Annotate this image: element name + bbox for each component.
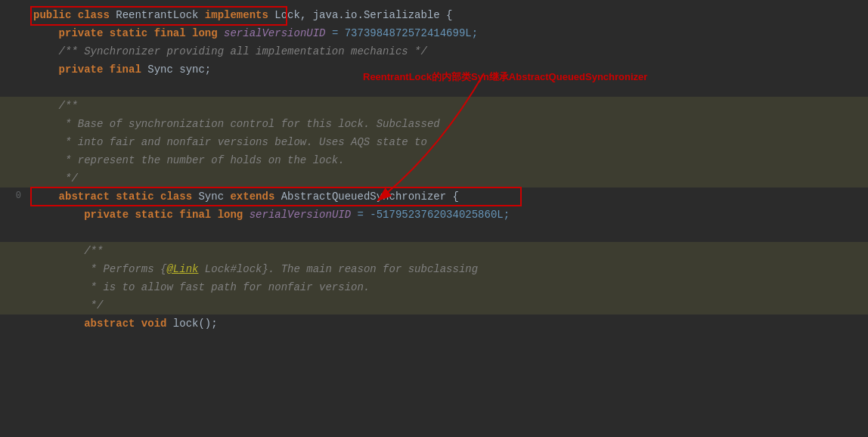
code-line: /** bbox=[0, 97, 868, 115]
code-line: * into fair and nonfair versions below. … bbox=[0, 133, 868, 151]
code-line: private final Sync sync; bbox=[0, 60, 868, 79]
code-line: private static final long serialVersionU… bbox=[0, 206, 868, 224]
line-content: * is to allow fast path for nonfair vers… bbox=[30, 279, 868, 296]
code-viewer: public class ReentrantLock implements Lo… bbox=[0, 0, 868, 437]
token: */ bbox=[33, 299, 103, 311]
line-content: private static final long serialVersionU… bbox=[30, 25, 868, 42]
token bbox=[33, 27, 59, 39]
token: Lock#lock}. The main reason for subclass… bbox=[198, 263, 478, 275]
token bbox=[33, 318, 84, 330]
token: /** Synchronizer providing all implement… bbox=[33, 45, 427, 57]
line-content: /** bbox=[30, 243, 868, 259]
token: AbstractQueuedSynchronizer bbox=[274, 191, 452, 203]
line-number: 0 bbox=[0, 189, 30, 203]
code-line: */ bbox=[0, 169, 868, 188]
token: Sync sync; bbox=[141, 64, 211, 76]
token: private static final bbox=[84, 209, 211, 221]
token: long bbox=[218, 209, 243, 221]
token: */ bbox=[33, 172, 78, 184]
token: serialVersionUID bbox=[224, 27, 325, 39]
token: @Link bbox=[166, 263, 198, 275]
token bbox=[33, 191, 59, 203]
code-line: private static final long serialVersionU… bbox=[0, 24, 868, 42]
token: long bbox=[192, 27, 218, 39]
token: /** bbox=[33, 245, 103, 257]
token: lock(); bbox=[166, 318, 217, 330]
line-content: /** bbox=[30, 98, 868, 114]
token: ReentrantLock bbox=[110, 9, 199, 21]
token: private final bbox=[59, 64, 141, 76]
line-content: abstract void lock(); bbox=[30, 315, 868, 332]
code-line: public class ReentrantLock implements Lo… bbox=[0, 6, 868, 24]
token bbox=[33, 209, 84, 221]
code-line: /** Synchronizer providing all implement… bbox=[0, 42, 868, 60]
code-line: * Performs {@Link Lock#lock}. The main r… bbox=[0, 260, 868, 278]
token: /** bbox=[33, 100, 78, 112]
token bbox=[186, 27, 192, 39]
token: serialVersionUID bbox=[250, 209, 351, 221]
token: public class bbox=[33, 9, 110, 21]
line-content: * Performs {@Link Lock#lock}. The main r… bbox=[30, 261, 868, 277]
token bbox=[33, 64, 59, 76]
line-content: abstract static class Sync extends Abstr… bbox=[30, 188, 868, 205]
token: * represent the number of holds on the l… bbox=[33, 154, 345, 166]
token: implements bbox=[198, 9, 268, 21]
token bbox=[243, 209, 249, 221]
line-content: /** Synchronizer providing all implement… bbox=[30, 43, 868, 60]
code-line: 0 abstract static class Sync extends Abs… bbox=[0, 188, 868, 206]
line-content: */ bbox=[30, 297, 868, 314]
code-line bbox=[0, 79, 868, 97]
line-content: * Base of synchronization control for th… bbox=[30, 116, 868, 132]
token: * Base of synchronization control for th… bbox=[33, 118, 440, 130]
token bbox=[211, 209, 217, 221]
token: extends bbox=[230, 191, 274, 203]
code-line: /** bbox=[0, 242, 868, 260]
line-content: private final Sync sync; bbox=[30, 61, 868, 78]
token: = 7373984872572414699L; bbox=[325, 27, 478, 39]
code-line bbox=[0, 224, 868, 242]
token: { bbox=[453, 191, 459, 203]
token: Lock, java.io.Serializable { bbox=[268, 9, 453, 21]
line-content: * into fair and nonfair versions below. … bbox=[30, 134, 868, 150]
token: * into fair and nonfair versions below. … bbox=[33, 136, 427, 148]
line-content: * represent the number of holds on the l… bbox=[30, 152, 868, 169]
token bbox=[218, 27, 224, 39]
code-line: * is to allow fast path for nonfair vers… bbox=[0, 278, 868, 296]
token: private static final bbox=[59, 27, 186, 39]
code-line: * represent the number of holds on the l… bbox=[0, 151, 868, 169]
token: * Performs { bbox=[33, 263, 166, 275]
line-content: public class ReentrantLock implements Lo… bbox=[30, 7, 868, 23]
token: abstract void bbox=[84, 318, 166, 330]
line-content: private static final long serialVersionU… bbox=[30, 206, 868, 223]
token: * is to allow fast path for nonfair vers… bbox=[33, 281, 370, 293]
token: = -5179523762034025860L; bbox=[351, 209, 510, 221]
token: abstract static class bbox=[59, 191, 192, 203]
line-content: */ bbox=[30, 170, 868, 187]
token: Sync bbox=[192, 191, 230, 203]
code-line: abstract void lock(); bbox=[0, 315, 868, 333]
code-line: * Base of synchronization control for th… bbox=[0, 115, 868, 133]
code-line: */ bbox=[0, 296, 868, 315]
